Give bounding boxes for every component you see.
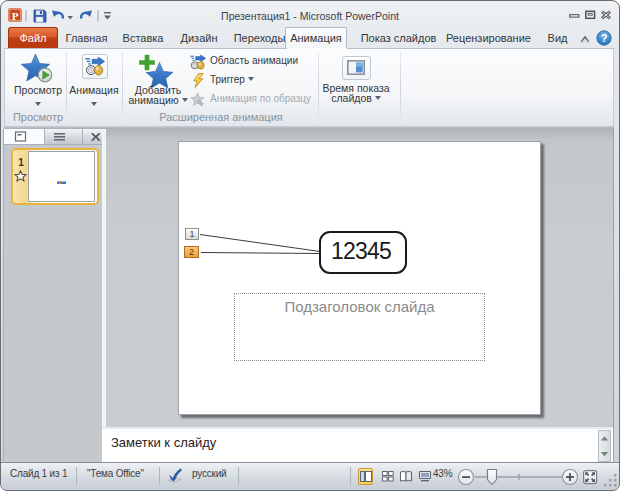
svg-text:?: ? <box>601 32 608 44</box>
svg-text:P: P <box>12 10 19 22</box>
